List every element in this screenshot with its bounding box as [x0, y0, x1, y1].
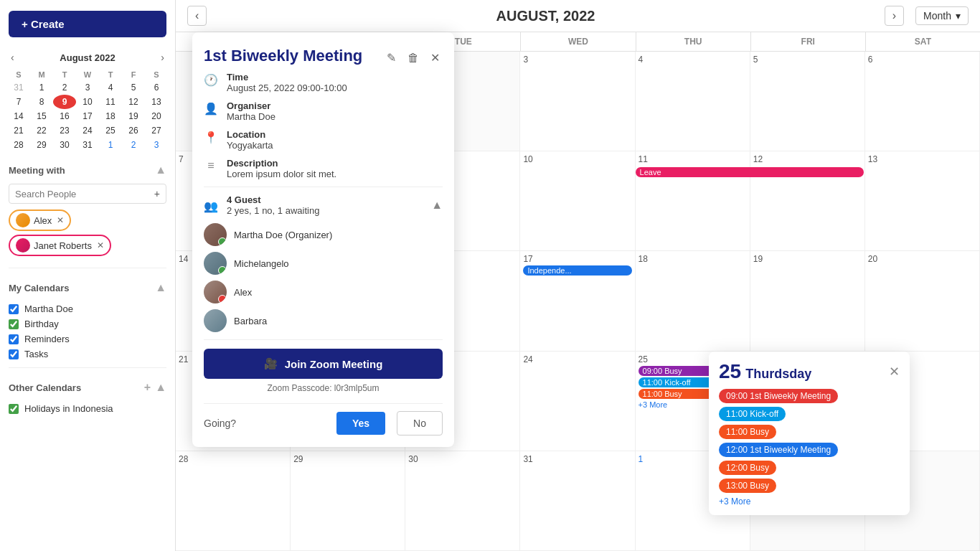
day-event-pill-4[interactable]: 12:00 1st Biweekly Meeting: [719, 443, 838, 457]
mini-cal-cell[interactable]: 15: [30, 109, 53, 123]
close-event-button[interactable]: ✕: [428, 50, 443, 66]
day-event-pill-3[interactable]: 11:00 Busy: [719, 425, 776, 439]
cal-cell-aug20[interactable]: 20: [865, 251, 980, 351]
day-popup-more-link[interactable]: +3 More: [719, 496, 900, 507]
mini-cal-cell[interactable]: 26: [122, 123, 145, 138]
cal-cell-aug18[interactable]: 18: [636, 251, 750, 351]
event-leave[interactable]: Leave: [636, 167, 864, 177]
mini-cal-cell[interactable]: 31: [76, 138, 99, 152]
mini-cal-header: ‹ August 2022 ›: [7, 50, 168, 65]
mini-cal-cell-link[interactable]: 2: [122, 138, 145, 152]
calendar-checkbox-birthday[interactable]: [9, 319, 19, 329]
mini-cal-cell[interactable]: 28: [7, 138, 30, 152]
next-month-button[interactable]: ›: [885, 6, 904, 26]
calendar-checkbox-reminders[interactable]: [9, 334, 19, 344]
guest-list: Martha Doe (Organizer) Michelangelo Alex: [204, 223, 443, 332]
mini-cal-cell[interactable]: 27: [145, 123, 168, 138]
guest-expand-button[interactable]: ▲: [431, 199, 443, 212]
cal-cell-aug3[interactable]: 3: [520, 52, 635, 151]
cal-cell-aug4[interactable]: 4: [636, 52, 750, 151]
mini-cal-cell[interactable]: 18: [99, 109, 122, 123]
day-event-pill-1[interactable]: 09:00 1st Biweekly Meeting: [719, 389, 838, 403]
prev-month-button[interactable]: ‹: [187, 6, 207, 26]
create-button[interactable]: + Create: [9, 11, 166, 37]
mini-cal-cell[interactable]: 22: [30, 123, 53, 138]
mini-cal-next[interactable]: ›: [157, 50, 168, 65]
mini-cal-cell[interactable]: 14: [7, 109, 30, 123]
mini-cal-prev[interactable]: ‹: [7, 50, 18, 65]
cal-cell-aug31[interactable]: 31: [520, 451, 635, 551]
delete-event-button[interactable]: 🗑: [405, 50, 422, 66]
remove-alex-icon[interactable]: ✕: [57, 215, 64, 225]
mini-cal-cell[interactable]: 30: [53, 138, 76, 152]
mini-cal-cell[interactable]: 29: [30, 138, 53, 152]
mini-cal-cell[interactable]: 4: [99, 80, 122, 95]
mini-cal-cell[interactable]: 7: [7, 95, 30, 109]
day-event-pill-5[interactable]: 12:00 Busy: [719, 461, 776, 475]
calendar-checkbox-holidays[interactable]: [9, 404, 19, 414]
going-no-button[interactable]: No: [397, 411, 443, 435]
cal-cell-aug29[interactable]: 29: [291, 451, 405, 551]
remove-janet-icon[interactable]: ✕: [97, 240, 104, 250]
cal-cell-aug12[interactable]: 12: [750, 151, 865, 251]
mini-cal-cell[interactable]: 20: [145, 109, 168, 123]
cal-cell-aug24[interactable]: 24: [520, 352, 635, 451]
mini-cal-cell[interactable]: 19: [122, 109, 145, 123]
mini-cal-cell[interactable]: 17: [76, 109, 99, 123]
going-row: Going? Yes No: [204, 403, 443, 435]
cal-cell-aug13[interactable]: 13: [865, 151, 980, 251]
event-popup: 1st Biweekly Meeting ✎ 🗑 ✕ 🕐 Time August…: [192, 32, 454, 447]
mini-cal-cell[interactable]: 24: [76, 123, 99, 138]
cal-cell-aug10[interactable]: 10: [520, 151, 635, 251]
mini-cal-cell[interactable]: 25: [99, 123, 122, 138]
mini-cal-today[interactable]: 9: [53, 95, 76, 109]
cal-cell-aug11[interactable]: 11 Leave: [636, 151, 750, 251]
mini-cal-cell[interactable]: 10: [76, 95, 99, 109]
popup-description-row: ≡ Description Lorem ipsum dolor sit met.: [204, 158, 443, 179]
mini-cal-cell[interactable]: 2: [53, 80, 76, 95]
mini-cal-cell-link[interactable]: 3: [145, 138, 168, 152]
going-yes-button[interactable]: Yes: [336, 412, 385, 435]
day-popup-title: 25 Thurdsday: [719, 360, 811, 383]
zoom-join-button[interactable]: 🎥 Join Zoom Meeting: [204, 349, 443, 379]
cal-cell-aug19[interactable]: 19: [750, 251, 865, 351]
mini-cal-cell[interactable]: 12: [122, 95, 145, 109]
close-day-popup-button[interactable]: ✕: [889, 364, 900, 380]
cal-cell-aug5[interactable]: 5: [750, 52, 865, 151]
mini-cal-cell[interactable]: 6: [145, 80, 168, 95]
cal-cell-aug6[interactable]: 6: [865, 52, 980, 151]
chevron-up-icon2: ▲: [155, 281, 166, 294]
mini-cal-cell-link[interactable]: 1: [99, 138, 122, 152]
mini-cal-cell[interactable]: 5: [122, 80, 145, 95]
other-calendars-list: Holidays in Indonesia: [0, 401, 175, 416]
edit-event-button[interactable]: ✎: [384, 50, 399, 66]
day-event-pill-2[interactable]: 11:00 Kick-off: [719, 407, 786, 421]
mini-cal-cell[interactable]: 23: [53, 123, 76, 138]
calendar-checkbox-tasks[interactable]: [9, 349, 19, 359]
mini-cal-cell[interactable]: 8: [30, 95, 53, 109]
mini-cal-cell[interactable]: 13: [145, 95, 168, 109]
event-independence[interactable]: Independe...: [523, 265, 631, 276]
mini-cal-cell[interactable]: 31: [7, 80, 30, 95]
mini-cal-cell[interactable]: 21: [7, 123, 30, 138]
day-event-pill-6[interactable]: 13:00 Busy: [719, 479, 776, 493]
add-calendar-icon[interactable]: +: [144, 381, 151, 394]
calendar-checkbox-martha[interactable]: [9, 304, 19, 314]
cal-cell-aug30[interactable]: 30: [405, 451, 520, 551]
tag-janet[interactable]: Janet Roberts ✕: [9, 235, 111, 256]
cal-cell-aug28[interactable]: 28: [176, 451, 291, 551]
day-popup-name: Thurdsday: [745, 367, 811, 382]
cal-cell-aug17[interactable]: 17 Independe...: [520, 251, 635, 351]
view-select[interactable]: Month ▾: [915, 6, 969, 25]
mini-cal-cell[interactable]: 11: [99, 95, 122, 109]
add-person-icon[interactable]: +: [154, 188, 160, 199]
description-label: Description: [227, 158, 336, 169]
mini-cal-cell[interactable]: 16: [53, 109, 76, 123]
tag-alex[interactable]: Alex ✕: [9, 209, 71, 231]
mini-cal-cell[interactable]: 1: [30, 80, 53, 95]
search-people-input[interactable]: [15, 189, 154, 199]
guest-status-yes2: [218, 266, 227, 275]
calendar-item-martha: Martha Doe: [9, 301, 166, 316]
mini-cal-cell[interactable]: 3: [76, 80, 99, 95]
mini-cal-day-t2: T: [99, 69, 122, 80]
